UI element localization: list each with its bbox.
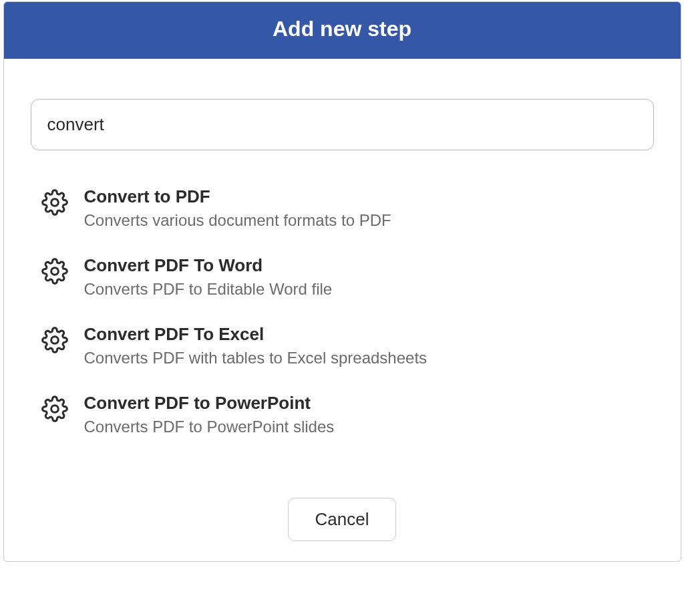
result-title: Convert PDF to PowerPoint <box>84 393 643 414</box>
result-description: Converts various document formats to PDF <box>84 211 643 230</box>
result-title: Convert PDF To Excel <box>84 324 643 345</box>
result-description: Converts PDF to PowerPoint slides <box>84 418 643 436</box>
result-item-convert-pdf-to-excel[interactable]: Convert PDF To Excel Converts PDF with t… <box>31 315 650 383</box>
dialog-footer: Cancel <box>31 491 654 541</box>
result-item-convert-pdf-to-powerpoint[interactable]: Convert PDF to PowerPoint Converts PDF t… <box>31 383 650 452</box>
result-description: Converts PDF with tables to Excel spread… <box>84 349 643 367</box>
svg-point-2 <box>51 337 58 344</box>
svg-point-3 <box>51 406 58 413</box>
svg-point-0 <box>51 199 58 206</box>
gear-icon <box>41 189 68 216</box>
result-title: Convert PDF To Word <box>84 255 643 276</box>
gear-icon <box>41 327 68 353</box>
result-text: Convert PDF To Excel Converts PDF with t… <box>84 324 643 367</box>
gear-icon <box>41 258 68 285</box>
dialog-body: Convert to PDF Converts various document… <box>4 59 681 561</box>
result-text: Convert to PDF Converts various document… <box>84 186 643 230</box>
result-item-convert-pdf-to-word[interactable]: Convert PDF To Word Converts PDF to Edit… <box>31 246 650 315</box>
result-description: Converts PDF to Editable Word file <box>84 280 643 299</box>
result-item-convert-to-pdf[interactable]: Convert to PDF Converts various document… <box>31 177 650 246</box>
result-text: Convert PDF To Word Converts PDF to Edit… <box>84 255 643 299</box>
dialog-title: Add new step <box>4 2 681 59</box>
svg-point-1 <box>51 268 58 275</box>
result-text: Convert PDF to PowerPoint Converts PDF t… <box>84 393 643 436</box>
cancel-button[interactable]: Cancel <box>288 498 397 541</box>
add-step-dialog: Add new step Convert to PDF Converts var… <box>3 1 681 562</box>
results-list[interactable]: Convert to PDF Converts various document… <box>31 177 654 491</box>
result-title: Convert to PDF <box>84 186 643 207</box>
gear-icon <box>41 396 68 422</box>
search-input[interactable] <box>31 99 654 150</box>
